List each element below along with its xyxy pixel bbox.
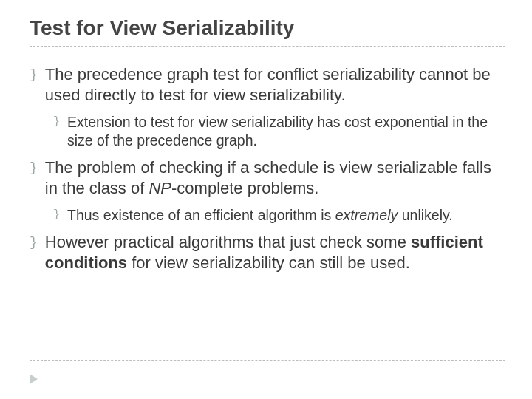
bullet-icon: } (30, 157, 38, 178)
italic-text: NP (149, 179, 171, 197)
sub-bullet-text: Thus existence of an efficient algorithm… (67, 206, 453, 225)
slide-content: } The precedence graph test for conflict… (30, 47, 505, 273)
sub-bullet-item: } Thus existence of an efficient algorit… (53, 206, 505, 225)
bullet-icon: } (53, 206, 60, 224)
bullet-icon: } (53, 113, 60, 131)
bullet-item: } However practical algorithms that just… (30, 232, 505, 273)
bullet-item: } The problem of checking if a schedule … (30, 157, 505, 199)
sub-bullet-text: Extension to test for view serializabili… (67, 113, 505, 150)
play-icon (30, 374, 38, 384)
bullet-icon: } (30, 64, 38, 85)
italic-text: extremely (335, 207, 398, 223)
sub-bullet-item: } Extension to test for view serializabi… (53, 113, 505, 150)
bullet-item: } The precedence graph test for conflict… (30, 64, 505, 106)
text-segment: Thus existence of an efficient algorithm… (67, 207, 335, 223)
bullet-icon: } (30, 232, 38, 253)
bullet-text: The precedence graph test for conflict s… (45, 64, 505, 106)
footer-divider (30, 360, 505, 361)
text-segment: -complete problems. (171, 179, 318, 197)
slide-title: Test for View Serializability (30, 16, 505, 40)
slide: Test for View Serializability } The prec… (0, 0, 532, 399)
bullet-text: However practical algorithms that just c… (45, 232, 505, 273)
text-segment: for view serializability can still be us… (127, 253, 410, 272)
text-segment: unlikely. (398, 207, 452, 223)
text-segment: However practical algorithms that just c… (45, 233, 411, 251)
bullet-text: The problem of checking if a schedule is… (45, 157, 505, 199)
